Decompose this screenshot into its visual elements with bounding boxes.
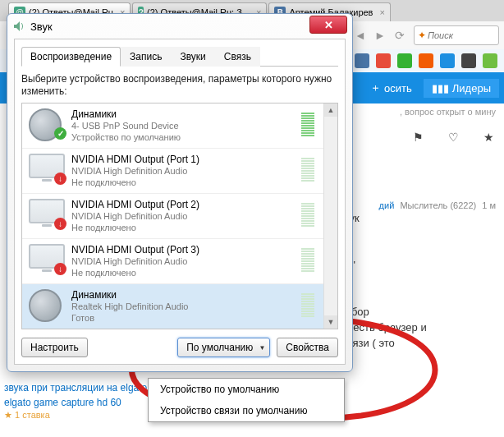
answerer-link[interactable]: дий <box>379 200 395 210</box>
ask-label: осить <box>384 82 412 94</box>
scrollbar[interactable]: ▲ ▼ <box>323 104 337 329</box>
speaker-icon <box>12 20 25 33</box>
device-name: NVIDIA HDMI Output (Port 3) <box>71 244 199 255</box>
dialog-tab[interactable]: Связь <box>215 47 260 67</box>
answerer-rank: Мыслитель <box>400 200 447 210</box>
bookmark-icon[interactable] <box>397 53 412 68</box>
star-icon[interactable]: ★ <box>483 130 494 145</box>
device-item[interactable]: ↓ NVIDIA HDMI Output (Port 2) NVIDIA Hig… <box>22 194 337 239</box>
device-status: Устройство по умолчанию <box>71 131 181 143</box>
default-dropdown-menu: Устройство по умолчаниюУстройство связи … <box>148 378 345 422</box>
plus-icon: ＋ <box>370 80 381 95</box>
search-icon: ✦ <box>418 30 426 41</box>
chart-icon: ▮▮▮ <box>432 82 449 94</box>
nav-forward-button[interactable]: ► <box>371 26 389 44</box>
dialog-title: Звук <box>30 21 53 33</box>
answerer-score: (6222) <box>450 200 476 210</box>
bookmark-icon[interactable] <box>483 53 497 68</box>
leaders-button[interactable]: ▮▮▮ Лидеры <box>424 79 499 98</box>
device-status: Не подключено <box>71 177 199 188</box>
search-input[interactable] <box>426 30 495 41</box>
device-name: NVIDIA HDMI Output (Port 2) <box>71 199 199 210</box>
device-item[interactable]: ✓ Динамики 4- USB PnP Sound Device Устро… <box>22 104 337 149</box>
dialog-tab[interactable]: Воспроизведение <box>21 47 121 67</box>
bookmark-icon[interactable] <box>376 53 391 68</box>
speaker-icon: ✓ <box>29 108 65 138</box>
device-driver: NVIDIA High Definition Audio <box>71 255 199 267</box>
device-name: Динамики <box>71 289 188 301</box>
dropdown-item[interactable]: Устройство по умолчанию <box>149 379 344 400</box>
dropdown-item[interactable]: Устройство связи по умолчанию <box>149 400 344 421</box>
device-driver: NVIDIA High Definition Audio <box>71 210 199 222</box>
ask-button[interactable]: ＋ осить <box>362 77 420 99</box>
scroll-up-icon[interactable]: ▲ <box>324 104 337 117</box>
level-meter-icon <box>301 154 314 182</box>
browser-search[interactable]: ✦ <box>414 25 499 45</box>
speaker-icon <box>29 289 65 319</box>
nav-back-button[interactable]: ◄ <box>351 26 369 44</box>
set-default-button[interactable]: По умолчанию <box>177 338 270 357</box>
reload-button[interactable]: ⟳ <box>391 26 409 44</box>
bookmark-icon[interactable] <box>419 53 433 68</box>
answerer-time: 1 м <box>482 200 496 210</box>
dialog-tab[interactable]: Запись <box>121 47 171 67</box>
device-driver: Realtek High Definition Audio <box>71 301 188 312</box>
level-meter-icon <box>301 289 314 317</box>
level-meter-icon <box>301 244 314 272</box>
device-item[interactable]: ↓ NVIDIA HDMI Output (Port 3) NVIDIA Hig… <box>22 239 337 284</box>
tab-close-icon[interactable]: × <box>379 7 384 17</box>
monitor-icon: ↓ <box>29 199 65 228</box>
dialog-tabs: ВоспроизведениеЗаписьЗвукиСвязь <box>21 46 338 67</box>
bookmark-flag-icon[interactable]: ⚑ <box>413 130 424 145</box>
device-name: Динамики <box>71 108 181 120</box>
properties-button[interactable]: Свойства <box>277 338 338 357</box>
like-heart-icon[interactable]: ♡ <box>448 130 459 145</box>
device-status: Готов <box>71 312 188 324</box>
level-meter-icon <box>301 199 314 227</box>
bookmark-icon[interactable] <box>461 53 476 68</box>
monitor-icon: ↓ <box>29 154 65 183</box>
dialog-titlebar[interactable]: Звук ✕ <box>7 14 352 39</box>
device-status: Не подключено <box>71 222 199 233</box>
device-name: NVIDIA HDMI Output (Port 1) <box>71 154 199 165</box>
device-item[interactable]: ↓ NVIDIA HDMI Output (Port 1) NVIDIA Hig… <box>22 149 337 194</box>
configure-button[interactable]: Настроить <box>21 338 88 357</box>
dialog-hint: Выберите устройство воспроизведения, пар… <box>21 73 338 98</box>
sound-dialog: Звук ✕ ВоспроизведениеЗаписьЗвукиСвязь В… <box>7 13 353 372</box>
monitor-icon: ↓ <box>29 244 65 274</box>
bookmark-icon[interactable] <box>355 53 369 68</box>
device-list[interactable]: ✓ Динамики 4- USB PnP Sound Device Устро… <box>21 103 338 329</box>
device-driver: NVIDIA High Definition Audio <box>71 165 199 177</box>
leaders-label: Лидеры <box>452 82 491 94</box>
answer-meta: дий Мыслитель (6222) 1 м <box>379 200 496 210</box>
close-button[interactable]: ✕ <box>309 16 347 34</box>
device-item[interactable]: Динамики Realtek High Definition Audio Г… <box>22 284 337 329</box>
dialog-tab[interactable]: Звуки <box>171 47 214 67</box>
question-status: , вопрос открыт о мину <box>400 107 496 117</box>
scroll-down-icon[interactable]: ▼ <box>324 315 337 329</box>
device-driver: 4- USB PnP Sound Device <box>71 120 181 131</box>
device-status: Не подключено <box>71 267 199 278</box>
bookmark-icon[interactable] <box>440 53 455 68</box>
level-meter-icon <box>301 108 314 136</box>
